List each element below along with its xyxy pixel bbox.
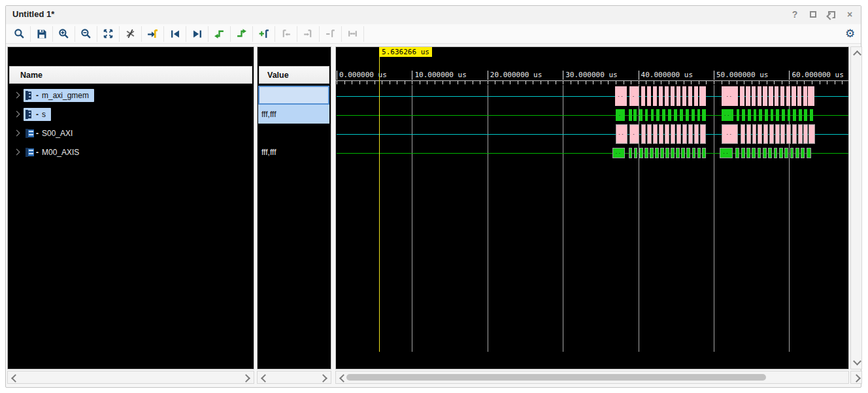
gridline <box>563 85 563 352</box>
bus-activity-block <box>692 148 696 158</box>
title-bar: Untitled 1* ? × <box>6 6 861 25</box>
close-icon[interactable]: × <box>844 9 856 20</box>
scroll-left-icon[interactable] <box>11 374 20 383</box>
name-column-header[interactable]: Name <box>9 66 252 84</box>
ruler-tick <box>639 81 639 84</box>
previous-hierarchy-icon <box>214 28 225 39</box>
bus-activity-block <box>680 109 683 121</box>
wave-hscrollbar[interactable] <box>335 371 849 384</box>
ruler-tick <box>480 81 480 84</box>
signal-row-m_axi_gmem[interactable]: -m_axi_gmem <box>9 86 252 105</box>
bus-activity-block <box>775 124 780 144</box>
time-cursor-line[interactable] <box>379 57 380 352</box>
bus-activity-block <box>647 124 652 144</box>
signal-row-s[interactable]: -s <box>9 105 252 124</box>
waveform-canvas[interactable]: 0.000000 us10.000000 us20.000000 us30.00… <box>335 46 849 369</box>
bus-activity-block <box>688 124 693 144</box>
save-waveform-button[interactable] <box>31 26 53 42</box>
ruler-label: 20.000000 us <box>488 71 542 80</box>
bus-activity-block <box>660 148 664 158</box>
value-cell-S00_AXI[interactable] <box>258 124 329 143</box>
interface-icon <box>25 91 34 100</box>
bus-activity-block <box>662 109 665 121</box>
ruler-tick <box>450 81 450 84</box>
signal-row-body[interactable]: -S00_AXI <box>24 127 78 140</box>
bus-activity-block <box>799 109 802 121</box>
ruler-tick <box>503 81 503 84</box>
bus-activity-block <box>774 148 778 158</box>
cancel-button[interactable] <box>120 26 142 42</box>
expand-chevron-icon[interactable] <box>14 149 20 156</box>
gear-icon: ⚙ <box>845 28 855 39</box>
settings-button[interactable]: ⚙ <box>839 26 861 42</box>
expand-chevron-icon[interactable] <box>14 92 20 99</box>
bus-activity-block <box>682 124 687 144</box>
bus-activity-block <box>780 86 784 106</box>
float-icon[interactable] <box>826 9 837 20</box>
ruler-tick <box>669 81 669 84</box>
help-icon[interactable]: ? <box>789 9 801 20</box>
expand-chevron-icon[interactable] <box>14 111 20 118</box>
value-cell-M00_AXIS[interactable]: fff,fff <box>258 143 329 162</box>
name-panel: Name -m_axi_gmem-s-S00_AXI-M00_AXIS <box>7 46 254 369</box>
gridline <box>412 85 412 352</box>
bus-activity-block <box>676 148 680 158</box>
bus-activity-block: ·· <box>612 148 624 158</box>
add-marker-button[interactable] <box>253 26 275 42</box>
bus-activity-block <box>795 148 799 158</box>
ruler-tick <box>593 81 593 84</box>
previous-edge-icon <box>170 29 180 39</box>
scroll-left-icon[interactable] <box>261 374 269 383</box>
name-hscrollbar[interactable] <box>7 371 254 384</box>
scroll-right-icon[interactable] <box>852 374 861 383</box>
bus-activity-block <box>647 86 651 106</box>
signal-row-body[interactable]: -m_axi_gmem <box>24 89 94 102</box>
ruler-tick <box>571 81 571 84</box>
find-button[interactable] <box>8 26 31 42</box>
signal-row-body[interactable]: -s <box>24 108 51 121</box>
maximize-icon[interactable] <box>807 9 819 20</box>
value-column-header[interactable]: Value <box>259 66 329 84</box>
signal-row-body[interactable]: -M00_AXIS <box>24 146 84 159</box>
gridline <box>714 85 714 352</box>
swap-cursors-button[interactable] <box>342 26 364 42</box>
previous-marker-button[interactable] <box>275 26 297 42</box>
tree-dash: - <box>36 91 39 100</box>
ruler-tick <box>344 81 345 84</box>
bus-activity-block <box>676 86 680 106</box>
bus-activity-block: · <box>629 86 639 106</box>
value-cell-m_axi_gmem[interactable] <box>258 86 329 105</box>
ruler-tick <box>722 81 722 84</box>
delete-marker-button[interactable] <box>320 26 342 42</box>
next-marker-button[interactable] <box>297 26 320 42</box>
wave-hscroll-right-button[interactable] <box>850 371 862 384</box>
scroll-down-icon[interactable] <box>853 357 861 366</box>
bus-activity-block <box>629 148 633 158</box>
bus-activity-block <box>780 124 785 144</box>
previous-transition-button[interactable] <box>164 26 186 42</box>
previous-hierarchy-transition-button[interactable] <box>209 26 231 42</box>
value-hscrollbar[interactable] <box>257 371 331 384</box>
go-to-time-cursor-button[interactable] <box>142 26 164 42</box>
zoom-in-button[interactable] <box>53 26 75 42</box>
next-hierarchy-transition-button[interactable] <box>231 26 253 42</box>
scroll-up-icon[interactable] <box>853 50 861 59</box>
bus-activity-block <box>671 148 675 158</box>
ruler-tick <box>488 81 488 84</box>
next-transition-button[interactable] <box>186 26 209 42</box>
bus-activity-block <box>758 124 762 144</box>
hscroll-thumb[interactable] <box>346 374 766 381</box>
scroll-right-icon[interactable] <box>319 374 327 383</box>
interface-icon <box>25 129 34 138</box>
zoom-out-button[interactable] <box>75 26 97 42</box>
wave-vscrollbar[interactable] <box>850 46 862 369</box>
value-cell-s[interactable]: fff,fff <box>258 105 329 124</box>
signal-row-M00_AXIS[interactable]: -M00_AXIS <box>9 143 252 162</box>
bus-activity-block <box>746 124 751 144</box>
expand-chevron-icon[interactable] <box>14 130 20 137</box>
zoom-fit-button[interactable] <box>97 26 120 42</box>
signal-row-S00_AXI[interactable]: -S00_AXI <box>9 124 252 143</box>
bus-activity-block <box>671 124 675 144</box>
scroll-right-icon[interactable] <box>242 374 250 383</box>
bus-activity-block: ·· <box>722 124 738 144</box>
